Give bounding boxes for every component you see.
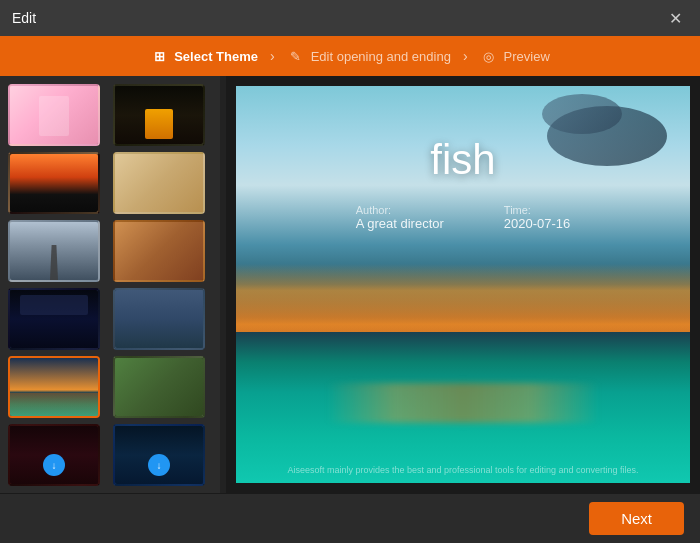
select-theme-icon: ⊞ (150, 47, 168, 65)
title-bar: Edit ✕ (0, 0, 700, 36)
preview-panel: fish Author: A great director Time: 2020… (226, 76, 700, 493)
theme-thumb-9[interactable] (113, 356, 205, 418)
slide-footer: Aiseesoft mainly provides the best and p… (236, 465, 690, 475)
next-button[interactable]: Next (589, 502, 684, 535)
theme-thumb-2[interactable] (8, 152, 100, 214)
theme-thumb-8[interactable] (8, 356, 100, 418)
author-value: A great director (356, 216, 444, 231)
theme-thumbnail-panel: ↓ ↓ (0, 76, 220, 493)
theme-thumb-7[interactable] (113, 288, 205, 350)
bottom-bar: Next (0, 493, 700, 543)
step-bar: ⊞ Select Theme › ✎ Edit opening and endi… (0, 36, 700, 76)
window-title: Edit (12, 10, 36, 26)
close-button[interactable]: ✕ (663, 7, 688, 30)
theme-thumb-1[interactable] (113, 84, 205, 146)
slide-content: fish Author: A great director Time: 2020… (236, 86, 690, 483)
main-content: ↓ ↓ fish (0, 76, 700, 493)
theme-thumb-0[interactable] (8, 84, 100, 146)
step-preview-label: Preview (504, 49, 550, 64)
slide-meta: Author: A great director Time: 2020-07-1… (356, 204, 571, 231)
time-value: 2020-07-16 (504, 216, 571, 231)
preview-container: fish Author: A great director Time: 2020… (236, 86, 690, 483)
step-edit-opening[interactable]: ✎ Edit opening and ending (287, 47, 451, 65)
preview-icon: ◎ (480, 47, 498, 65)
time-label: Time: (504, 204, 531, 216)
slide-title: fish (430, 136, 495, 184)
author-label: Author: (356, 204, 391, 216)
step-edit-opening-label: Edit opening and ending (311, 49, 451, 64)
theme-thumb-6[interactable] (8, 288, 100, 350)
theme-thumb-11[interactable]: ↓ (113, 424, 205, 486)
theme-thumb-10[interactable]: ↓ (8, 424, 100, 486)
step-arrow-2: › (463, 48, 468, 64)
author-meta: Author: A great director (356, 204, 444, 231)
step-preview[interactable]: ◎ Preview (480, 47, 550, 65)
theme-thumb-4[interactable] (8, 220, 100, 282)
edit-opening-icon: ✎ (287, 47, 305, 65)
theme-thumb-5[interactable] (113, 220, 205, 282)
step-select-theme[interactable]: ⊞ Select Theme (150, 47, 258, 65)
step-arrow-1: › (270, 48, 275, 64)
time-meta: Time: 2020-07-16 (504, 204, 571, 231)
theme-thumb-3[interactable] (113, 152, 205, 214)
step-select-theme-label: Select Theme (174, 49, 258, 64)
